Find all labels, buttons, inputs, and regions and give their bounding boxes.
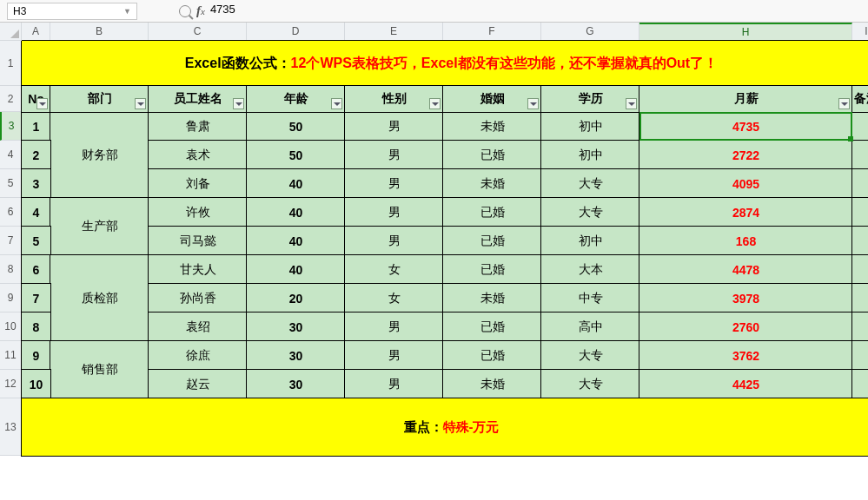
cell-age[interactable]: 40 [247, 255, 345, 284]
cell-edu[interactable]: 大专 [541, 169, 639, 198]
row-header-10[interactable]: 10 [0, 312, 22, 341]
cell-edu[interactable]: 初中 [541, 227, 639, 255]
cell-age[interactable]: 50 [247, 141, 345, 169]
cell-no[interactable]: 3 [22, 169, 50, 198]
cell-edu[interactable]: 大本 [541, 255, 639, 284]
cell-edu[interactable]: 高中 [541, 312, 639, 341]
cell-name[interactable]: 许攸 [149, 198, 247, 227]
filter-icon[interactable] [527, 98, 539, 109]
row-header-12[interactable]: 12 [0, 370, 22, 398]
th-no[interactable]: No [22, 86, 50, 112]
cell-salary[interactable]: 4425 [639, 370, 852, 398]
row-header-6[interactable]: 6 [0, 198, 22, 227]
cell-age[interactable]: 40 [247, 227, 345, 255]
cell-remark[interactable] [852, 112, 868, 141]
th-edu[interactable]: 学历 [541, 86, 639, 112]
cell-name[interactable]: 甘夫人 [149, 255, 247, 284]
row-header-4[interactable]: 4 [0, 141, 22, 169]
cell-remark[interactable] [852, 312, 868, 341]
cell-salary[interactable]: 4095 [639, 169, 852, 198]
cell-name[interactable]: 鲁肃 [149, 112, 247, 141]
filter-icon[interactable] [429, 98, 441, 109]
cell-marriage[interactable]: 未婚 [443, 112, 541, 141]
cell-edu[interactable]: 初中 [541, 112, 639, 141]
col-header-B[interactable]: B [50, 23, 149, 41]
row-header-2[interactable]: 2 [0, 86, 22, 112]
cell-edu[interactable]: 中专 [541, 284, 639, 312]
cell-remark[interactable] [852, 141, 868, 169]
col-header-H[interactable]: H [639, 23, 852, 41]
th-dept[interactable]: 部门 [50, 86, 149, 112]
cell-edu[interactable]: 初中 [541, 141, 639, 169]
cell-gender[interactable]: 男 [345, 370, 443, 398]
cell-salary[interactable]: 3762 [639, 341, 852, 370]
th-name[interactable]: 员工姓名 [149, 86, 247, 112]
col-header-F[interactable]: F [443, 23, 541, 41]
cell-salary[interactable]: 3978 [639, 284, 852, 312]
row-header-8[interactable]: 8 [0, 255, 22, 284]
cell-no[interactable]: 1 [22, 112, 50, 141]
cell-remark[interactable] [852, 284, 868, 312]
cell-no[interactable]: 5 [22, 227, 50, 255]
filter-icon[interactable] [626, 98, 637, 109]
cell-age[interactable]: 40 [247, 198, 345, 227]
filter-icon[interactable] [135, 98, 146, 109]
col-header-C[interactable]: C [149, 23, 247, 41]
cell-age[interactable]: 50 [247, 112, 345, 141]
filter-icon[interactable] [36, 98, 48, 109]
cell-edu[interactable]: 大专 [541, 370, 639, 398]
th-gender[interactable]: 性别 [345, 86, 443, 112]
cell-marriage[interactable]: 已婚 [443, 255, 541, 284]
cell-marriage[interactable]: 未婚 [443, 169, 541, 198]
cell-salary[interactable]: 2874 [639, 198, 852, 227]
row-header-7[interactable]: 7 [0, 227, 22, 255]
cell-salary[interactable]: 2722 [639, 141, 852, 169]
cell-remark[interactable] [852, 227, 868, 255]
cell-salary[interactable]: 4735 [639, 112, 852, 141]
cell-no[interactable]: 10 [22, 370, 50, 398]
filter-icon[interactable] [233, 98, 244, 109]
th-age[interactable]: 年龄 [247, 86, 345, 112]
cell-marriage[interactable]: 已婚 [443, 341, 541, 370]
spreadsheet-grid[interactable]: A B C D E F G H I 1 Excel函数公式： 12个WPS表格技… [0, 23, 868, 456]
cell-age[interactable]: 30 [247, 370, 345, 398]
cell-age[interactable]: 30 [247, 341, 345, 370]
cell-remark[interactable] [852, 370, 868, 398]
cell-name[interactable]: 袁绍 [149, 312, 247, 341]
cell-marriage[interactable]: 未婚 [443, 284, 541, 312]
row-header-3[interactable]: 3 [0, 112, 22, 141]
row-header-11[interactable]: 11 [0, 341, 22, 370]
cell-no[interactable]: 8 [22, 312, 50, 341]
cell-gender[interactable]: 男 [345, 169, 443, 198]
cell-no[interactable]: 9 [22, 341, 50, 370]
formula-input[interactable]: 4735 [210, 3, 235, 20]
cell-no[interactable]: 7 [22, 284, 50, 312]
cell-salary[interactable]: 2760 [639, 312, 852, 341]
cell-gender[interactable]: 女 [345, 255, 443, 284]
cell-no[interactable]: 4 [22, 198, 50, 227]
cell-remark[interactable] [852, 255, 868, 284]
col-header-D[interactable]: D [247, 23, 345, 41]
cell-name[interactable]: 袁术 [149, 141, 247, 169]
cell-marriage[interactable]: 已婚 [443, 198, 541, 227]
cell-age[interactable]: 40 [247, 169, 345, 198]
row-header-13[interactable]: 13 [0, 398, 22, 456]
cell-gender[interactable]: 男 [345, 112, 443, 141]
cell-gender[interactable]: 男 [345, 312, 443, 341]
name-box[interactable]: H3 ▼ [7, 3, 137, 20]
cell-age[interactable]: 20 [247, 284, 345, 312]
cell-gender[interactable]: 男 [345, 198, 443, 227]
cell-gender[interactable]: 男 [345, 341, 443, 370]
cell-dept[interactable]: 销售部 [50, 341, 149, 398]
cell-remark[interactable] [852, 341, 868, 370]
cell-name[interactable]: 孙尚香 [149, 284, 247, 312]
col-header-E[interactable]: E [345, 23, 443, 41]
cell-name[interactable]: 司马懿 [149, 227, 247, 255]
filter-icon[interactable] [838, 98, 850, 109]
cell-remark[interactable] [852, 198, 868, 227]
row-header-9[interactable]: 9 [0, 284, 22, 312]
filter-icon[interactable] [331, 98, 342, 109]
cell-dept[interactable]: 生产部 [50, 198, 149, 255]
cell-marriage[interactable]: 未婚 [443, 370, 541, 398]
th-remark[interactable]: 备注 [852, 86, 868, 112]
